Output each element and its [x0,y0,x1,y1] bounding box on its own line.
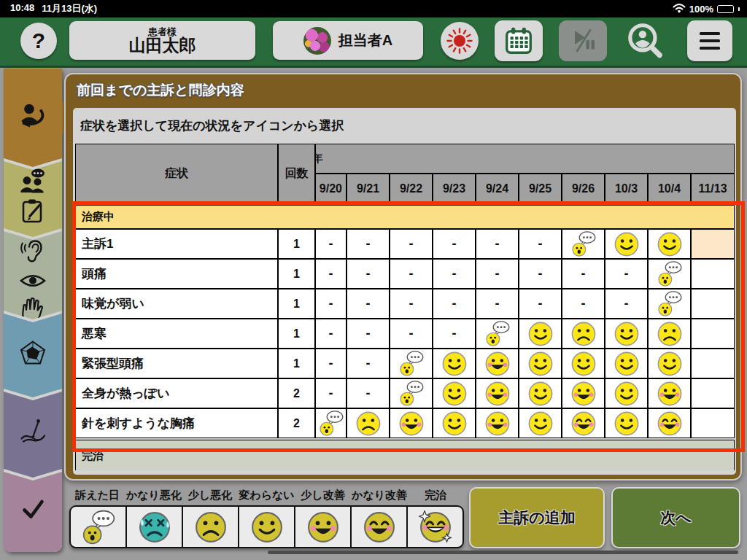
sidebar-item-ear[interactable] [18,238,47,268]
date-col-9-21[interactable]: 9/21 [347,174,390,203]
sidebar-item-clipboard-edit[interactable] [18,198,47,227]
status-cell[interactable]: - [315,319,347,349]
next-button[interactable]: 次へ [611,487,740,548]
date-col-9-26[interactable]: 9/26 [562,174,605,203]
status-cell[interactable]: - [315,289,347,319]
status-cell[interactable] [605,349,648,378]
date-col-9-20[interactable]: 9/20 [315,174,347,203]
status-cell[interactable]: - [476,229,519,259]
sidebar-item-pentagon-chart[interactable] [18,340,47,369]
status-cell[interactable]: - [347,229,390,259]
status-cell[interactable] [648,229,691,259]
date-col-9-25[interactable]: 9/25 [519,174,562,203]
status-cell[interactable]: - [433,289,476,319]
status-cell[interactable]: - [347,289,390,319]
status-cell[interactable]: - [390,289,433,319]
status-cell[interactable] [605,319,648,349]
calendar-icon[interactable] [495,20,543,61]
status-cell[interactable]: - [605,289,648,319]
status-cell[interactable] [648,378,691,408]
status-cell[interactable] [605,408,648,438]
symptom-name-cell[interactable]: 主訴1 [75,229,278,259]
status-cell[interactable]: - [315,378,347,408]
status-cell[interactable] [476,408,519,438]
sidebar-item-people-chat[interactable] [18,168,47,198]
symptom-name-cell[interactable]: 全身が熱っぽい [75,378,278,408]
status-cell[interactable] [648,408,691,438]
status-cell[interactable]: - [347,349,390,378]
status-cell[interactable] [691,289,735,319]
status-cell[interactable] [433,349,476,378]
status-cell[interactable] [691,408,735,438]
status-cell[interactable]: - [315,349,347,378]
status-cell[interactable] [605,229,648,259]
status-cell[interactable] [691,378,735,408]
status-cell[interactable]: - [433,259,476,289]
status-cell[interactable] [476,319,519,349]
horizontal-scrollbar[interactable] [268,551,738,554]
status-cell[interactable]: - [315,259,347,289]
symptom-name-cell[interactable]: 緊張型頭痛 [75,349,278,378]
status-cell[interactable] [648,319,691,349]
status-cell[interactable] [562,319,605,349]
date-col-9-22[interactable]: 9/22 [390,174,433,203]
symptom-name-cell[interactable]: 悪寒 [75,319,278,349]
status-cell[interactable] [519,408,562,438]
staff-button[interactable]: 担当者A [273,21,423,60]
status-cell[interactable] [605,378,648,408]
patient-button[interactable]: 患者様 山田太郎 [69,21,255,60]
status-cell[interactable]: - [476,289,519,319]
status-cell[interactable]: - [347,378,390,408]
status-cell[interactable] [390,378,433,408]
status-cell[interactable]: - [605,259,648,289]
menu-icon[interactable] [687,20,732,61]
symptom-name-cell[interactable]: 針を刺すような胸痛 [75,408,278,438]
date-col-11-13[interactable]: 11/13 [691,174,735,203]
status-cell[interactable] [519,319,562,349]
status-cell[interactable] [315,408,347,438]
status-cell[interactable] [519,349,562,378]
legend-item-slightly-worse[interactable] [183,507,239,547]
status-cell[interactable]: - [433,319,476,349]
status-cell[interactable] [562,408,605,438]
status-cell[interactable] [390,408,433,438]
status-cell[interactable]: - [519,289,562,319]
status-cell[interactable] [691,259,735,289]
status-cell[interactable] [691,319,735,349]
status-cell[interactable] [648,289,691,319]
date-col-10-3[interactable]: 10/3 [605,174,648,203]
legend-item-much-worse[interactable] [127,507,183,547]
symptom-name-cell[interactable]: 頭痛 [75,259,278,289]
sidebar-item-check[interactable] [18,496,47,525]
status-cell[interactable] [691,229,735,259]
status-cell[interactable]: - [390,259,433,289]
add-complaint-button[interactable]: 主訴の追加 [469,487,605,548]
status-cell[interactable]: - [347,319,390,349]
search-person-icon[interactable] [620,19,670,64]
legend-item-unchanged[interactable] [239,507,295,547]
status-cell[interactable]: - [347,259,390,289]
status-cell[interactable] [562,378,605,408]
date-col-9-24[interactable]: 9/24 [476,174,519,203]
status-cell[interactable] [648,349,691,378]
date-col-10-4[interactable]: 10/4 [648,174,691,203]
status-cell[interactable] [390,349,433,378]
status-cell[interactable] [562,229,605,259]
status-cell[interactable]: - [519,229,562,259]
status-cell[interactable] [562,349,605,378]
status-cell[interactable]: - [315,229,347,259]
status-cell[interactable]: - [562,259,605,289]
date-col-9-23[interactable]: 9/23 [433,174,476,203]
legend-item-cured[interactable] [408,507,462,547]
status-cell[interactable] [476,378,519,408]
sidebar-item-patient-interview[interactable] [18,102,47,131]
sidebar-item-eye[interactable] [18,268,47,297]
symptom-name-cell[interactable]: 味覚が弱い [75,289,278,319]
legend-item-reported[interactable] [71,507,127,547]
legend-item-slightly-better[interactable] [295,507,352,547]
status-cell[interactable] [476,349,519,378]
sidebar-item-acupuncture[interactable] [18,419,47,448]
status-cell[interactable] [347,408,390,438]
status-cell[interactable] [519,378,562,408]
status-cell[interactable]: - [390,229,433,259]
